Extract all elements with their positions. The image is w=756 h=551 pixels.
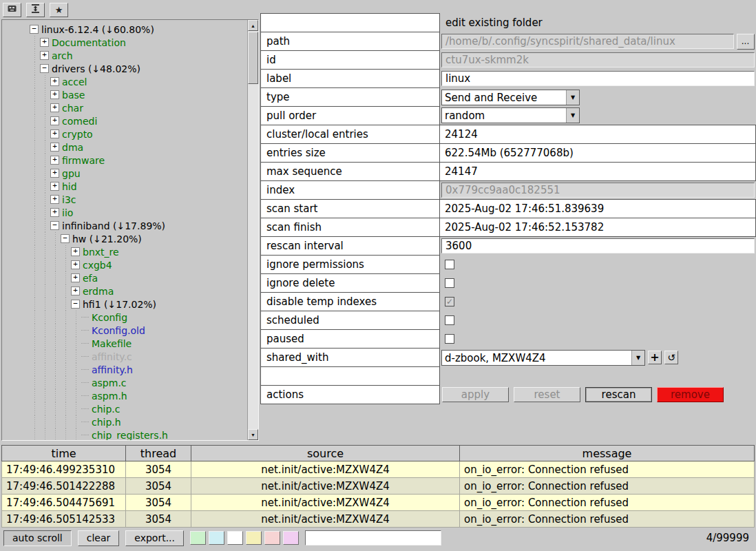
expand-icon[interactable]: +	[71, 287, 80, 295]
expand-icon[interactable]: +	[50, 195, 59, 204]
shared-with-select[interactable]: d-zbook, MZXW4Z4 ▼	[441, 350, 645, 366]
index-input[interactable]: 0x779cc9aa0c182551	[441, 183, 755, 198]
add-device-button[interactable]: +	[648, 351, 662, 364]
tree-item[interactable]: chip.c	[2, 402, 246, 415]
scrollbar-thumb[interactable]	[248, 32, 258, 84]
tree-item[interactable]: −linux-6.12.4 (↓60.80%)	[2, 23, 246, 36]
collapse-icon[interactable]: −	[40, 64, 49, 73]
app-menu-button[interactable]	[3, 3, 21, 17]
expand-all-button[interactable]	[26, 3, 45, 17]
reset-button[interactable]: reset	[514, 387, 580, 402]
log-filter-input[interactable]	[305, 530, 441, 545]
pull-order-select[interactable]: random ▼	[441, 107, 580, 123]
auto-scroll-toggle[interactable]: auto scroll	[3, 530, 72, 546]
collapse-icon[interactable]: −	[30, 25, 39, 34]
tree-item[interactable]: +comedi	[2, 114, 246, 127]
scrollbar-down-button[interactable]: ▼	[248, 429, 258, 440]
expand-icon[interactable]: +	[50, 116, 59, 125]
tree-item[interactable]: chip_registers.h	[2, 428, 246, 440]
bookmarks-button[interactable]: ★	[50, 3, 68, 17]
log-level-swatch-green[interactable]	[190, 531, 206, 545]
expand-icon[interactable]: +	[50, 143, 59, 152]
tree-item[interactable]: +iio	[2, 206, 246, 219]
chevron-down-icon[interactable]: ▼	[566, 90, 579, 105]
tree-item[interactable]: Kconfig	[2, 311, 246, 324]
tree-item[interactable]: −hw (↓21.20%)	[2, 232, 246, 245]
log-row[interactable]: 17:49:46.5051425333054net.init/active:MZ…	[2, 511, 755, 528]
tree-item[interactable]: +erdma	[2, 284, 246, 298]
log-level-swatch-white[interactable]	[227, 531, 243, 545]
expand-icon[interactable]: +	[71, 273, 80, 282]
log-header-thread[interactable]: thread	[126, 446, 191, 461]
tree-item[interactable]: chip.h	[2, 415, 246, 428]
remove-button[interactable]: remove	[657, 387, 724, 402]
log-level-swatch-pink[interactable]	[264, 531, 280, 545]
apply-button[interactable]: apply	[442, 387, 509, 402]
tree-item[interactable]: affinity.h	[2, 363, 246, 376]
scrollbar-up-button[interactable]: ▲	[248, 20, 258, 31]
tree-item[interactable]: +arch	[2, 49, 246, 62]
log-header-time[interactable]: time	[2, 446, 126, 461]
expand-icon[interactable]: +	[50, 156, 59, 165]
label-input[interactable]: linux	[441, 71, 755, 86]
rescan-button[interactable]: rescan	[585, 387, 652, 402]
log-row[interactable]: 17:49:46.4992353103054net.init/active:MZ…	[2, 461, 755, 478]
tree-item[interactable]: aspm.h	[2, 389, 246, 402]
paused-checkbox[interactable]	[445, 334, 454, 344]
browse-button[interactable]: ...	[737, 34, 755, 50]
log-level-swatch-violet[interactable]	[283, 531, 299, 545]
tree-item[interactable]: +cxgb4	[2, 258, 246, 271]
tree-item[interactable]: +firmware	[2, 154, 246, 167]
type-select[interactable]: Send and Receive ▼	[441, 90, 580, 105]
collapse-icon[interactable]: −	[61, 234, 70, 243]
expand-icon[interactable]: +	[50, 77, 59, 86]
expand-icon[interactable]: +	[50, 208, 59, 217]
undo-share-button[interactable]: ↺	[664, 351, 678, 364]
tree-item[interactable]: −drivers (↓48.02%)	[2, 62, 246, 75]
ignore-delete-checkbox[interactable]	[445, 278, 454, 288]
tree-item[interactable]: +i3c	[2, 193, 246, 206]
tree-item[interactable]: +dma	[2, 141, 246, 154]
tree-item[interactable]: −infiniband (↓17.89%)	[2, 219, 246, 232]
tree-item[interactable]: Makefile	[2, 337, 246, 350]
chevron-down-icon[interactable]: ▼	[566, 108, 579, 123]
tree-item[interactable]: +gpu	[2, 167, 246, 180]
ignore-permissions-checkbox[interactable]	[445, 260, 454, 269]
log-level-swatch-cyan[interactable]	[209, 531, 224, 545]
collapse-icon[interactable]: −	[71, 300, 80, 309]
collapse-icon[interactable]: −	[50, 221, 59, 230]
tree-item[interactable]: +bnxt_re	[2, 245, 246, 258]
log-row[interactable]: 17:49:46.5044756913054net.init/active:MZ…	[2, 495, 755, 511]
tree-item[interactable]: +base	[2, 88, 246, 101]
scheduled-checkbox[interactable]	[445, 315, 454, 325]
expand-icon[interactable]: +	[50, 129, 59, 138]
tree-item[interactable]: +crypto	[2, 127, 246, 141]
log-level-swatch-yellow[interactable]	[246, 531, 262, 545]
tree-item[interactable]: +accel	[2, 75, 246, 88]
tree-item[interactable]: aspm.c	[2, 376, 246, 389]
tree-scrollbar[interactable]: ▲ ▼	[247, 20, 258, 440]
expand-icon[interactable]: +	[50, 103, 59, 112]
expand-icon[interactable]: +	[50, 182, 59, 191]
rescan-interval-input[interactable]: 3600	[441, 238, 755, 253]
clear-log-button[interactable]: clear	[78, 530, 120, 546]
tree-item[interactable]: affinity.c	[2, 350, 246, 363]
chevron-down-icon[interactable]: ▼	[631, 351, 644, 365]
tree-item[interactable]: −hfi1 (↓17.02%)	[2, 298, 246, 311]
id-input[interactable]: ctu7ux-skmm2k	[441, 52, 755, 67]
path-input[interactable]: /home/b/.config/syncspirit/shared_data/l…	[441, 34, 734, 49]
tree-item[interactable]: +char	[2, 101, 246, 114]
tree-item[interactable]: +efa	[2, 271, 246, 284]
export-log-button[interactable]: export...	[125, 530, 184, 546]
expand-icon[interactable]: +	[40, 51, 49, 60]
tree-item[interactable]: Kconfig.old	[2, 324, 246, 337]
log-row[interactable]: 17:49:46.5014222883054net.init/active:MZ…	[2, 478, 755, 495]
expand-icon[interactable]: +	[71, 260, 80, 269]
tree-item[interactable]: +Documentation	[2, 36, 246, 49]
log-header-source[interactable]: source	[191, 446, 460, 461]
disable-temp-indexes-checkbox[interactable]: ✓	[445, 297, 454, 306]
log-header-message[interactable]: message	[460, 446, 755, 461]
expand-icon[interactable]: +	[50, 169, 59, 178]
tree-item[interactable]: +hid	[2, 180, 246, 193]
expand-icon[interactable]: +	[50, 90, 59, 99]
